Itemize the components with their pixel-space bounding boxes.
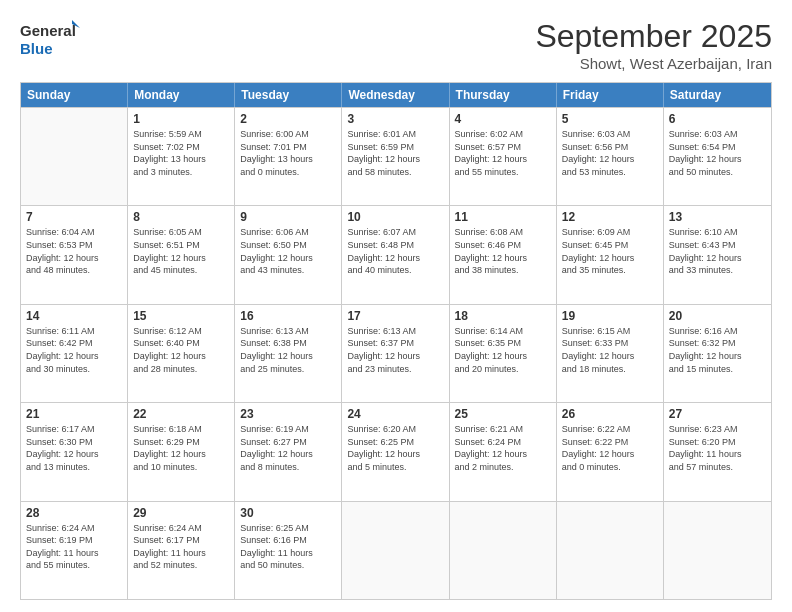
day-info: Sunrise: 5:59 AM Sunset: 7:02 PM Dayligh… xyxy=(133,128,229,178)
day-number: 12 xyxy=(562,210,658,224)
cal-cell: 25Sunrise: 6:21 AM Sunset: 6:24 PM Dayli… xyxy=(450,403,557,500)
cal-cell: 29Sunrise: 6:24 AM Sunset: 6:17 PM Dayli… xyxy=(128,502,235,599)
day-info: Sunrise: 6:25 AM Sunset: 6:16 PM Dayligh… xyxy=(240,522,336,572)
day-info: Sunrise: 6:19 AM Sunset: 6:27 PM Dayligh… xyxy=(240,423,336,473)
day-number: 21 xyxy=(26,407,122,421)
cal-cell: 1Sunrise: 5:59 AM Sunset: 7:02 PM Daylig… xyxy=(128,108,235,205)
cal-cell xyxy=(342,502,449,599)
day-info: Sunrise: 6:03 AM Sunset: 6:54 PM Dayligh… xyxy=(669,128,766,178)
cal-cell xyxy=(21,108,128,205)
day-info: Sunrise: 6:11 AM Sunset: 6:42 PM Dayligh… xyxy=(26,325,122,375)
cal-cell: 24Sunrise: 6:20 AM Sunset: 6:25 PM Dayli… xyxy=(342,403,449,500)
svg-text:Blue: Blue xyxy=(20,40,53,57)
day-info: Sunrise: 6:09 AM Sunset: 6:45 PM Dayligh… xyxy=(562,226,658,276)
svg-text:General: General xyxy=(20,22,76,39)
day-number: 24 xyxy=(347,407,443,421)
day-info: Sunrise: 6:03 AM Sunset: 6:56 PM Dayligh… xyxy=(562,128,658,178)
day-info: Sunrise: 6:00 AM Sunset: 7:01 PM Dayligh… xyxy=(240,128,336,178)
cal-row-2: 7Sunrise: 6:04 AM Sunset: 6:53 PM Daylig… xyxy=(21,205,771,303)
day-info: Sunrise: 6:20 AM Sunset: 6:25 PM Dayligh… xyxy=(347,423,443,473)
day-number: 25 xyxy=(455,407,551,421)
day-number: 27 xyxy=(669,407,766,421)
cal-cell: 28Sunrise: 6:24 AM Sunset: 6:19 PM Dayli… xyxy=(21,502,128,599)
day-info: Sunrise: 6:07 AM Sunset: 6:48 PM Dayligh… xyxy=(347,226,443,276)
cal-cell: 18Sunrise: 6:14 AM Sunset: 6:35 PM Dayli… xyxy=(450,305,557,402)
cal-cell: 4Sunrise: 6:02 AM Sunset: 6:57 PM Daylig… xyxy=(450,108,557,205)
header-cell-tuesday: Tuesday xyxy=(235,83,342,107)
cal-cell: 6Sunrise: 6:03 AM Sunset: 6:54 PM Daylig… xyxy=(664,108,771,205)
day-number: 6 xyxy=(669,112,766,126)
day-info: Sunrise: 6:24 AM Sunset: 6:17 PM Dayligh… xyxy=(133,522,229,572)
day-info: Sunrise: 6:24 AM Sunset: 6:19 PM Dayligh… xyxy=(26,522,122,572)
cal-row-4: 21Sunrise: 6:17 AM Sunset: 6:30 PM Dayli… xyxy=(21,402,771,500)
day-number: 5 xyxy=(562,112,658,126)
header-cell-sunday: Sunday xyxy=(21,83,128,107)
day-info: Sunrise: 6:12 AM Sunset: 6:40 PM Dayligh… xyxy=(133,325,229,375)
cal-cell: 15Sunrise: 6:12 AM Sunset: 6:40 PM Dayli… xyxy=(128,305,235,402)
logo-svg: General Blue xyxy=(20,18,80,58)
cal-cell: 19Sunrise: 6:15 AM Sunset: 6:33 PM Dayli… xyxy=(557,305,664,402)
calendar-body: 1Sunrise: 5:59 AM Sunset: 7:02 PM Daylig… xyxy=(21,107,771,599)
day-info: Sunrise: 6:21 AM Sunset: 6:24 PM Dayligh… xyxy=(455,423,551,473)
cal-cell: 7Sunrise: 6:04 AM Sunset: 6:53 PM Daylig… xyxy=(21,206,128,303)
cal-cell xyxy=(664,502,771,599)
day-number: 11 xyxy=(455,210,551,224)
day-info: Sunrise: 6:13 AM Sunset: 6:38 PM Dayligh… xyxy=(240,325,336,375)
cal-cell: 21Sunrise: 6:17 AM Sunset: 6:30 PM Dayli… xyxy=(21,403,128,500)
day-number: 3 xyxy=(347,112,443,126)
day-number: 8 xyxy=(133,210,229,224)
cal-cell: 11Sunrise: 6:08 AM Sunset: 6:46 PM Dayli… xyxy=(450,206,557,303)
day-number: 15 xyxy=(133,309,229,323)
cal-cell: 2Sunrise: 6:00 AM Sunset: 7:01 PM Daylig… xyxy=(235,108,342,205)
day-number: 22 xyxy=(133,407,229,421)
day-info: Sunrise: 6:18 AM Sunset: 6:29 PM Dayligh… xyxy=(133,423,229,473)
logo: General Blue xyxy=(20,18,80,58)
day-info: Sunrise: 6:15 AM Sunset: 6:33 PM Dayligh… xyxy=(562,325,658,375)
day-number: 29 xyxy=(133,506,229,520)
day-info: Sunrise: 6:23 AM Sunset: 6:20 PM Dayligh… xyxy=(669,423,766,473)
header-cell-friday: Friday xyxy=(557,83,664,107)
cal-cell: 10Sunrise: 6:07 AM Sunset: 6:48 PM Dayli… xyxy=(342,206,449,303)
cal-row-5: 28Sunrise: 6:24 AM Sunset: 6:19 PM Dayli… xyxy=(21,501,771,599)
cal-cell: 5Sunrise: 6:03 AM Sunset: 6:56 PM Daylig… xyxy=(557,108,664,205)
day-number: 18 xyxy=(455,309,551,323)
day-number: 7 xyxy=(26,210,122,224)
day-info: Sunrise: 6:05 AM Sunset: 6:51 PM Dayligh… xyxy=(133,226,229,276)
header-cell-thursday: Thursday xyxy=(450,83,557,107)
day-info: Sunrise: 6:01 AM Sunset: 6:59 PM Dayligh… xyxy=(347,128,443,178)
day-info: Sunrise: 6:22 AM Sunset: 6:22 PM Dayligh… xyxy=(562,423,658,473)
cal-row-3: 14Sunrise: 6:11 AM Sunset: 6:42 PM Dayli… xyxy=(21,304,771,402)
day-info: Sunrise: 6:08 AM Sunset: 6:46 PM Dayligh… xyxy=(455,226,551,276)
cal-cell: 30Sunrise: 6:25 AM Sunset: 6:16 PM Dayli… xyxy=(235,502,342,599)
day-number: 17 xyxy=(347,309,443,323)
day-number: 26 xyxy=(562,407,658,421)
month-title: September 2025 xyxy=(535,18,772,55)
day-number: 14 xyxy=(26,309,122,323)
title-block: September 2025 Showt, West Azerbaijan, I… xyxy=(535,18,772,72)
cal-cell xyxy=(450,502,557,599)
cal-cell: 14Sunrise: 6:11 AM Sunset: 6:42 PM Dayli… xyxy=(21,305,128,402)
day-number: 16 xyxy=(240,309,336,323)
cal-cell: 3Sunrise: 6:01 AM Sunset: 6:59 PM Daylig… xyxy=(342,108,449,205)
day-info: Sunrise: 6:14 AM Sunset: 6:35 PM Dayligh… xyxy=(455,325,551,375)
day-number: 13 xyxy=(669,210,766,224)
calendar: SundayMondayTuesdayWednesdayThursdayFrid… xyxy=(20,82,772,600)
day-number: 19 xyxy=(562,309,658,323)
cal-row-1: 1Sunrise: 5:59 AM Sunset: 7:02 PM Daylig… xyxy=(21,107,771,205)
day-number: 23 xyxy=(240,407,336,421)
day-info: Sunrise: 6:10 AM Sunset: 6:43 PM Dayligh… xyxy=(669,226,766,276)
cal-cell: 16Sunrise: 6:13 AM Sunset: 6:38 PM Dayli… xyxy=(235,305,342,402)
cal-cell: 12Sunrise: 6:09 AM Sunset: 6:45 PM Dayli… xyxy=(557,206,664,303)
day-number: 1 xyxy=(133,112,229,126)
day-number: 10 xyxy=(347,210,443,224)
subtitle: Showt, West Azerbaijan, Iran xyxy=(535,55,772,72)
day-info: Sunrise: 6:04 AM Sunset: 6:53 PM Dayligh… xyxy=(26,226,122,276)
day-number: 4 xyxy=(455,112,551,126)
day-number: 30 xyxy=(240,506,336,520)
calendar-header: SundayMondayTuesdayWednesdayThursdayFrid… xyxy=(21,83,771,107)
cal-cell: 17Sunrise: 6:13 AM Sunset: 6:37 PM Dayli… xyxy=(342,305,449,402)
cal-cell: 9Sunrise: 6:06 AM Sunset: 6:50 PM Daylig… xyxy=(235,206,342,303)
header-cell-wednesday: Wednesday xyxy=(342,83,449,107)
day-info: Sunrise: 6:17 AM Sunset: 6:30 PM Dayligh… xyxy=(26,423,122,473)
cal-cell xyxy=(557,502,664,599)
